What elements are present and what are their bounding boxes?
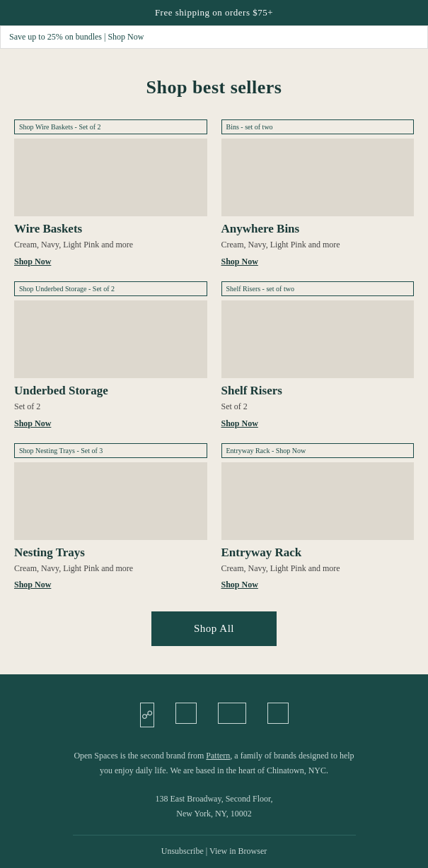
- unsubscribe-link[interactable]: Unsubscribe: [161, 846, 204, 856]
- product-card-entryway-rack: Entryway Rack - Shop Now Entryway Rack C…: [221, 443, 415, 591]
- shop-all-container: Shop All: [14, 611, 414, 653]
- section-title: Shop best sellers: [14, 77, 414, 98]
- promo-bar: Save up to 25% on bundles | Shop Now: [0, 25, 428, 49]
- shop-all-button[interactable]: Shop All: [151, 611, 277, 646]
- product-card-underbed-storage: Shop Underbed Storage - Set of 2 Underbe…: [14, 281, 207, 429]
- shop-now-shelf-risers[interactable]: Shop Now: [221, 418, 415, 429]
- view-in-browser-link[interactable]: View in Browser: [209, 846, 267, 856]
- footer-address-line1: 138 East Broadway, Second Floor,: [14, 792, 414, 806]
- product-image-shelf-risers: [221, 300, 415, 378]
- shop-now-underbed-storage[interactable]: Shop Now: [14, 418, 207, 429]
- product-image-wire-baskets: [14, 139, 207, 216]
- product-image-anywhere-bins: [221, 139, 415, 216]
- product-name-nesting-trays: Nesting Trays: [14, 546, 207, 560]
- product-image-entryway-rack: [221, 462, 415, 540]
- product-grid: Shop Wire Baskets - Set of 2 Wire Basket…: [14, 119, 414, 590]
- main-content: Shop best sellers Shop Wire Baskets - Se…: [0, 49, 428, 674]
- product-desc-entryway-rack: Cream, Navy, Light Pink and more: [221, 563, 415, 575]
- product-link-underbed-storage[interactable]: Shop Underbed Storage - Set of 2: [14, 281, 207, 296]
- product-link-anywhere-bins[interactable]: Bins - set of two: [221, 119, 415, 134]
- product-link-nesting-trays[interactable]: Shop Nesting Trays - Set of 3: [14, 443, 207, 458]
- footer-links: Unsubscribe | View in Browser: [14, 846, 414, 857]
- top-banner: Free shipping on orders $75+: [0, 0, 428, 25]
- shop-now-nesting-trays[interactable]: Shop Now: [14, 580, 207, 590]
- footer-pattern-link[interactable]: Pattern: [206, 751, 230, 761]
- product-name-wire-baskets: Wire Baskets: [14, 222, 207, 236]
- product-card-wire-baskets: Shop Wire Baskets - Set of 2 Wire Basket…: [14, 119, 207, 267]
- product-name-entryway-rack: Entryway Rack: [221, 546, 415, 560]
- footer-description: Open Spaces is the second brand from Pat…: [73, 749, 356, 778]
- product-card-nesting-trays: Shop Nesting Trays - Set of 3 Nesting Tr…: [14, 443, 207, 591]
- product-name-shelf-risers: Shelf Risers: [221, 384, 415, 398]
- product-desc-shelf-risers: Set of 2: [221, 401, 415, 413]
- product-card-anywhere-bins: Bins - set of two Anywhere Bins Cream, N…: [221, 119, 415, 267]
- footer-address: 138 East Broadway, Second Floor, New Yor…: [14, 792, 414, 821]
- promo-text: Save up to 25% on bundles | Shop Now: [9, 32, 144, 42]
- product-desc-wire-baskets: Cream, Navy, Light Pink and more: [14, 239, 207, 251]
- product-link-entryway-rack[interactable]: Entryway Rack - Shop Now: [221, 443, 415, 458]
- product-desc-anywhere-bins: Cream, Navy, Light Pink and more: [221, 239, 415, 251]
- shop-now-anywhere-bins[interactable]: Shop Now: [221, 257, 415, 267]
- product-link-shelf-risers[interactable]: Shelf Risers - set of two: [221, 281, 415, 296]
- product-desc-underbed-storage: Set of 2: [14, 401, 207, 413]
- product-image-nesting-trays: [14, 462, 207, 540]
- phone-icon: ☍: [141, 708, 153, 722]
- social-icon-1[interactable]: ☍: [140, 703, 154, 727]
- product-name-anywhere-bins: Anywhere Bins: [221, 222, 415, 236]
- social-icon-3[interactable]: [218, 703, 246, 724]
- social-icon-4[interactable]: [267, 703, 289, 724]
- product-card-shelf-risers: Shelf Risers - set of two Shelf Risers S…: [221, 281, 415, 429]
- footer-address-line2: New York, NY, 10002: [14, 807, 414, 821]
- shop-now-entryway-rack[interactable]: Shop Now: [221, 580, 415, 590]
- product-name-underbed-storage: Underbed Storage: [14, 384, 207, 398]
- footer: ☍ Open Spaces is the second brand from P…: [0, 674, 428, 868]
- shop-now-wire-baskets[interactable]: Shop Now: [14, 257, 207, 267]
- footer-desc-text1: Open Spaces is the second brand from: [74, 751, 206, 761]
- social-icon-2[interactable]: [175, 703, 197, 724]
- banner-text: Free shipping on orders $75+: [155, 7, 273, 18]
- footer-social-icons: ☍: [14, 703, 414, 727]
- product-link-wire-baskets[interactable]: Shop Wire Baskets - Set of 2: [14, 119, 207, 134]
- product-desc-nesting-trays: Cream, Navy, Light Pink and more: [14, 563, 207, 575]
- footer-divider: [73, 835, 356, 835]
- product-image-underbed-storage: [14, 300, 207, 378]
